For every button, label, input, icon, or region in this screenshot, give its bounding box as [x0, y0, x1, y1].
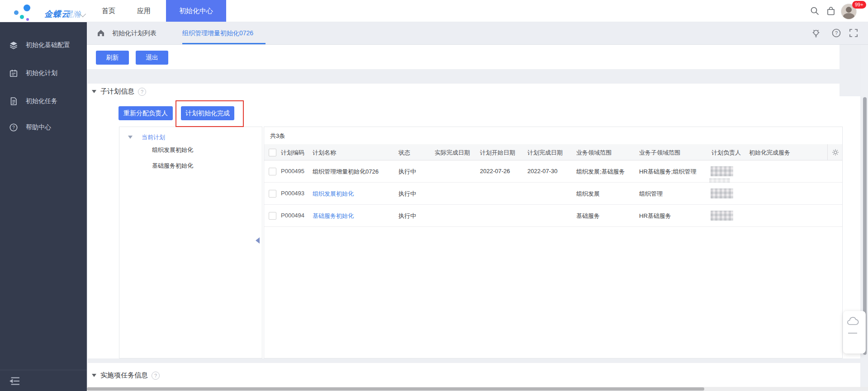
cell-business-subdomain: HR基础服务;组织管理: [639, 168, 696, 176]
exit-button[interactable]: 退出: [136, 51, 168, 65]
row-checkbox[interactable]: [269, 168, 276, 175]
cell-business-subdomain: HR基础服务: [639, 212, 671, 220]
column-header-plan-owner[interactable]: 计划负责人: [711, 149, 741, 157]
page-tab-bar: 初始化计划列表 组织管理增量初始化0726: [87, 22, 868, 45]
home-icon[interactable]: [96, 28, 105, 38]
column-header-actual-finish-date[interactable]: 实际完成日期: [435, 149, 470, 157]
column-header-business-domain[interactable]: 业务领域范围: [576, 149, 612, 157]
svg-text:?: ?: [12, 125, 15, 130]
blurred-owner-name: [711, 211, 733, 221]
sidebar-item-init-task[interactable]: 初始化任务: [0, 93, 87, 109]
brand-product-name: 星瀚: [65, 9, 81, 19]
tree-node-base-service-init[interactable]: 基础服务初始化: [152, 158, 242, 174]
avatar-silhouette: [846, 7, 852, 13]
cell-plan-code: P000493: [281, 190, 304, 197]
help-circle-icon: ?: [9, 123, 18, 132]
plan-tree-panel: 当前计划 组织发展初始化 基础服务初始化: [119, 127, 262, 358]
cell-business-subdomain: 组织管理: [639, 190, 663, 198]
column-header-init-complete-service[interactable]: 初始化完成服务: [749, 149, 790, 157]
tab-init-plan-list[interactable]: 初始化计划列表: [112, 22, 157, 44]
cell-plan-code: P000495: [281, 168, 304, 174]
tab-org-incremental-init[interactable]: 组织管理增量初始化0726: [182, 22, 253, 44]
sidebar-item-init-base-config[interactable]: 初始化基础配置: [0, 37, 87, 53]
record-count-bar: 共3条: [264, 127, 842, 145]
row-checkbox[interactable]: [269, 212, 276, 220]
gear-icon[interactable]: [832, 149, 839, 156]
section-help-icon[interactable]: ?: [138, 88, 146, 96]
layers-icon: [9, 41, 18, 50]
table-header-row: 计划编码 计划名称 状态 实际完成日期 计划开始日期 计划完成日期 业务领域范围…: [264, 144, 842, 160]
content-divider: [87, 69, 868, 84]
column-header-plan-name[interactable]: 计划名称: [313, 149, 336, 157]
app-window: 金蝶云 星瀚 首页 应用 初始化中心 99+ 初始化基础配置: [0, 0, 868, 391]
action-toolbar: 刷新 退出: [87, 44, 868, 69]
logo-dot-icon: [24, 5, 30, 11]
column-header-plan-start-date[interactable]: 计划开始日期: [480, 149, 515, 157]
section-help-icon[interactable]: ?: [152, 372, 160, 380]
column-header-plan-finish-date[interactable]: 计划完成日期: [527, 149, 563, 157]
select-all-checkbox[interactable]: [269, 149, 276, 156]
sidebar-item-init-plan[interactable]: 初始化计划: [0, 65, 87, 81]
svg-text:?: ?: [835, 30, 838, 36]
tree-node-label: 当前计划: [142, 133, 165, 141]
sidebar-footer: [0, 370, 87, 391]
blurred-owner-name: [711, 188, 733, 198]
sidebar-item-label: 帮助中心: [26, 123, 51, 132]
assistant-minimize-icon: [848, 333, 857, 334]
active-tab-underline: [182, 43, 266, 44]
impl-task-section: 实施项任务信息 ?: [88, 363, 860, 387]
nav-item-home[interactable]: 首页: [97, 0, 120, 22]
nav-item-init-center[interactable]: 初始化中心: [166, 0, 226, 22]
cell-plan-name: 组织管理增量初始化0726: [313, 168, 379, 176]
collapse-triangle-icon[interactable]: [92, 374, 96, 377]
brand-logo[interactable]: 金蝶云 星瀚: [12, 3, 84, 21]
search-icon[interactable]: [810, 6, 820, 16]
column-header-plan-code[interactable]: 计划编码: [281, 149, 304, 157]
calendar-icon: [9, 69, 18, 78]
cell-business-domain: 组织发展: [576, 190, 600, 198]
top-right-gutter: [840, 44, 861, 96]
tree-expand-triangle-icon[interactable]: [128, 136, 133, 139]
logo-dot-icon: [20, 15, 24, 19]
left-sidebar: 初始化基础配置 初始化计划 初始化任务 ?: [0, 22, 87, 391]
splitter-collapse-left-icon[interactable]: [256, 237, 260, 244]
table-row[interactable]: P000495 组织管理增量初始化0726 执行中 2022-07-26 202…: [264, 160, 842, 183]
subplan-section-header[interactable]: 子计划信息 ?: [92, 87, 146, 96]
fullscreen-icon[interactable]: [849, 28, 859, 38]
cell-plan-name-link[interactable]: 组织发展初始化: [313, 190, 354, 198]
message-bag-icon[interactable]: [826, 6, 836, 16]
cell-plan-finish-date: 2022-07-30: [527, 168, 558, 174]
cell-status: 执行中: [398, 190, 416, 198]
cell-plan-code: P000494: [281, 212, 304, 219]
table-row[interactable]: P000494 基础服务初始化 执行中 基础服务 HR基础服务: [264, 205, 842, 227]
help-icon[interactable]: ?: [831, 28, 841, 38]
column-header-status[interactable]: 状态: [398, 149, 410, 157]
horizontal-scrollbar-thumb[interactable]: [87, 387, 704, 391]
cell-plan-name-link[interactable]: 基础服务初始化: [313, 212, 354, 220]
collapse-sidebar-icon[interactable]: [8, 376, 20, 386]
logo-dot-icon: [26, 18, 29, 21]
avatar-silhouette: [843, 13, 854, 19]
chevron-down-icon[interactable]: [80, 11, 86, 17]
refresh-button[interactable]: 刷新: [96, 51, 129, 65]
column-header-business-subdomain[interactable]: 业务子领域范围: [639, 149, 680, 157]
notification-badge[interactable]: 99+: [852, 1, 866, 9]
collapse-triangle-icon[interactable]: [92, 90, 96, 93]
impl-task-section-header[interactable]: 实施项任务信息 ?: [92, 371, 160, 380]
cell-status: 执行中: [398, 212, 416, 220]
nav-item-apps[interactable]: 应用: [133, 0, 155, 22]
lightbulb-icon[interactable]: [811, 28, 821, 38]
subplan-section: 子计划信息 ? 重新分配负责人 计划初始化完成 当前计划 组织发展初始化 基础服…: [88, 84, 860, 358]
table-row[interactable]: P000493 组织发展初始化 执行中 组织发展 组织管理: [264, 183, 842, 205]
row-checkbox[interactable]: [269, 190, 276, 198]
reassign-owner-button[interactable]: 重新分配负责人: [119, 106, 173, 120]
logo-dot-icon: [14, 10, 19, 15]
document-icon: [9, 97, 18, 106]
sidebar-item-help-center[interactable]: ? 帮助中心: [0, 119, 87, 136]
cell-plan-start-date: 2022-07-26: [480, 168, 510, 174]
tree-node-org-dev-init[interactable]: 组织发展初始化: [152, 142, 242, 158]
cell-business-domain: 基础服务: [576, 212, 600, 220]
cell-status: 执行中: [398, 168, 416, 176]
floating-assistant-widget[interactable]: [843, 311, 866, 353]
cloud-icon: [847, 316, 859, 327]
